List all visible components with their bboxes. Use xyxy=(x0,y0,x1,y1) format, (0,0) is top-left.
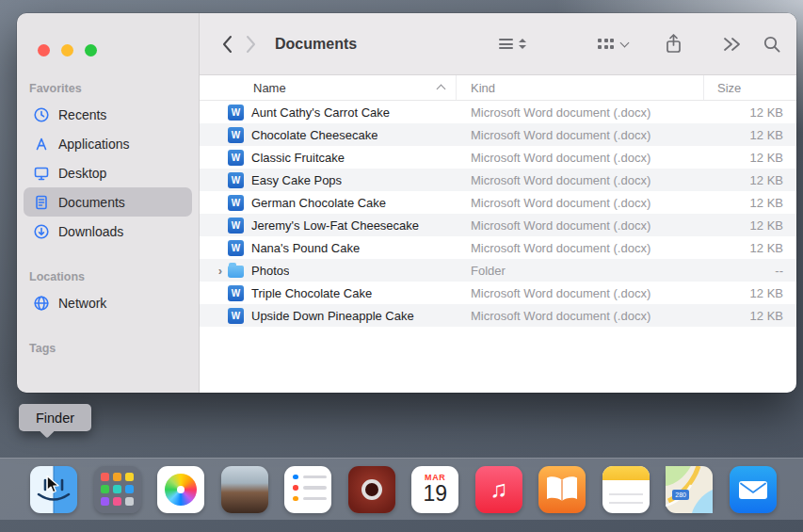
name-cell: W Easy Cake Pops xyxy=(200,172,457,188)
table-row[interactable]: W German Chocolate Cake Microsoft Word d… xyxy=(200,191,796,214)
open-book-icon xyxy=(538,466,586,513)
table-row[interactable]: W Chocolate Cheesecake Microsoft Word do… xyxy=(200,123,796,146)
group-grid-icon xyxy=(598,39,614,49)
file-size: 12 KB xyxy=(704,241,796,255)
file-icon: W xyxy=(228,195,244,211)
finder-face-icon xyxy=(30,466,77,513)
dock-item-books[interactable] xyxy=(538,466,586,513)
file-kind: Microsoft Word document (.docx) xyxy=(457,309,704,323)
calendar-month-label: MAR xyxy=(411,473,458,482)
forward-button[interactable] xyxy=(239,32,264,56)
sidebar-item-label: Desktop xyxy=(58,166,106,181)
file-icon: W xyxy=(228,105,244,121)
back-button[interactable] xyxy=(215,32,239,56)
file-icon: W xyxy=(228,308,244,324)
toolbar: Documents xyxy=(200,13,796,75)
window-title: Documents xyxy=(275,36,357,53)
sidebar-item-applications[interactable]: Applications xyxy=(24,129,192,158)
dock-item-photo-thumbnail[interactable] xyxy=(221,466,268,513)
file-icon: W xyxy=(228,150,244,166)
dock-item-photo-booth[interactable] xyxy=(348,466,395,513)
file-kind: Microsoft Word document (.docx) xyxy=(457,151,704,165)
sidebar-item-label: Applications xyxy=(58,137,130,152)
file-size: 12 KB xyxy=(704,105,796,120)
sidebar-item-downloads[interactable]: Downloads xyxy=(24,217,192,246)
column-label: Kind xyxy=(471,81,495,95)
dock-item-finder[interactable] xyxy=(30,466,77,513)
file-kind: Microsoft Word document (.docx) xyxy=(457,218,704,233)
file-size: 12 KB xyxy=(704,173,796,187)
dock-item-calendar[interactable]: MAR 19 xyxy=(411,466,458,513)
more-toolbar-items-button[interactable] xyxy=(721,37,742,52)
file-name: Triple Chocolate Cake xyxy=(251,286,372,300)
name-cell: W Nana's Pound Cake xyxy=(200,240,457,256)
table-row[interactable]: W Aunt Cathy's Carrot Cake Microsoft Wor… xyxy=(200,101,796,123)
dock-item-music[interactable] xyxy=(475,466,522,513)
group-button[interactable] xyxy=(598,39,628,49)
launchpad-grid-icon xyxy=(101,473,134,506)
dock-item-mail[interactable] xyxy=(730,466,777,513)
dock-item-notes[interactable] xyxy=(602,466,650,513)
file-size: 12 KB xyxy=(704,196,796,210)
share-icon xyxy=(664,33,683,55)
file-icon xyxy=(228,266,244,278)
name-cell: W Jeremy's Low-Fat Cheesecake xyxy=(200,218,457,234)
sidebar-item-desktop[interactable]: Desktop xyxy=(24,158,192,187)
reminders-line-icon xyxy=(293,475,331,480)
chevron-down-icon xyxy=(620,38,630,47)
file-name: German Chocolate Cake xyxy=(251,196,386,210)
sidebar-item-recents[interactable]: Recents xyxy=(24,100,192,129)
table-row[interactable]: W Classic Fruitcake Microsoft Word docum… xyxy=(200,146,796,169)
file-icon: W xyxy=(228,127,244,143)
share-button[interactable] xyxy=(664,33,683,55)
view-list-button[interactable] xyxy=(499,37,526,52)
sidebar-item-documents[interactable]: Documents xyxy=(24,187,192,217)
file-icon: W xyxy=(228,240,244,256)
file-size: 12 KB xyxy=(704,128,796,142)
sidebar-section-tags: Tags xyxy=(29,342,199,355)
file-name: Easy Cake Pops xyxy=(251,173,342,187)
dock-app-tooltip: Finder xyxy=(19,404,91,431)
file-name: Jeremy's Low-Fat Cheesecake xyxy=(251,218,419,233)
file-kind: Microsoft Word document (.docx) xyxy=(457,128,704,142)
name-cell: Photos xyxy=(200,263,457,278)
name-cell: W Triple Chocolate Cake xyxy=(200,285,457,301)
column-header-name[interactable]: Name xyxy=(200,75,457,100)
name-cell: W Upside Down Pineapple Cake xyxy=(200,308,457,324)
close-button[interactable] xyxy=(38,44,50,56)
table-row[interactable]: Photos Folder -- xyxy=(200,259,796,282)
sidebar-section-locations: Locations xyxy=(29,270,199,283)
file-name: Photos xyxy=(251,264,289,278)
search-button[interactable] xyxy=(763,35,781,54)
sidebar-item-network[interactable]: Network xyxy=(24,288,192,317)
file-size: 12 KB xyxy=(704,309,796,323)
dock-item-launchpad[interactable] xyxy=(94,466,141,513)
file-kind: Microsoft Word document (.docx) xyxy=(457,105,704,120)
minimize-button[interactable] xyxy=(61,44,73,56)
dock-item-maps[interactable]: 280 xyxy=(666,466,713,513)
column-header-size[interactable]: Size xyxy=(704,75,796,100)
name-cell: W Classic Fruitcake xyxy=(200,150,457,166)
file-list: W Aunt Cathy's Carrot Cake Microsoft Wor… xyxy=(200,101,796,393)
table-row[interactable]: W Triple Chocolate Cake Microsoft Word d… xyxy=(200,282,796,304)
sidebar-item-label: Network xyxy=(58,296,106,311)
table-row[interactable]: W Easy Cake Pops Microsoft Word document… xyxy=(200,169,796,191)
sidebar: Favorites Recents Applications Desktop D… xyxy=(17,13,200,393)
table-row[interactable]: W Jeremy's Low-Fat Cheesecake Microsoft … xyxy=(200,214,796,236)
dock-item-photos[interactable] xyxy=(157,466,204,513)
chevron-right-icon xyxy=(246,35,257,54)
table-row[interactable]: W Nana's Pound Cake Microsoft Word docum… xyxy=(200,236,796,259)
zoom-button[interactable] xyxy=(85,44,97,56)
column-header-kind[interactable]: Kind xyxy=(457,75,704,100)
name-cell: W German Chocolate Cake xyxy=(200,195,457,211)
dock-item-reminders[interactable] xyxy=(284,466,331,513)
table-row[interactable]: W Upside Down Pineapple Cake Microsoft W… xyxy=(200,304,796,327)
chevron-left-icon xyxy=(221,35,233,54)
disclosure-chevron-icon[interactable] xyxy=(213,264,228,278)
file-name: Classic Fruitcake xyxy=(251,151,345,165)
column-headers: Name Kind Size xyxy=(200,75,796,101)
up-down-chevrons-icon xyxy=(519,39,526,49)
sidebar-item-label: Documents xyxy=(58,195,125,210)
reminders-line-icon xyxy=(293,485,331,491)
file-name: Nana's Pound Cake xyxy=(251,241,360,255)
